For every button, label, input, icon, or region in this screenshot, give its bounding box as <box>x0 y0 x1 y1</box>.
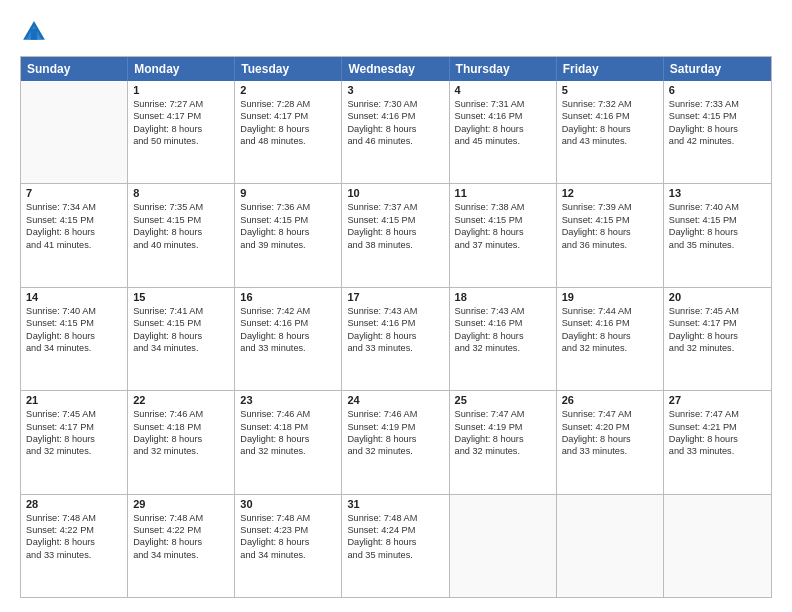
calendar-cell: 7Sunrise: 7:34 AMSunset: 4:15 PMDaylight… <box>21 184 128 286</box>
day-number: 29 <box>133 498 229 510</box>
calendar-cell: 18Sunrise: 7:43 AMSunset: 4:16 PMDayligh… <box>450 288 557 390</box>
day-number: 9 <box>240 187 336 199</box>
sunrise-text: Sunrise: 7:48 AM <box>133 512 229 524</box>
daylight-text: Daylight: 8 hours <box>240 226 336 238</box>
sunset-text: Sunset: 4:16 PM <box>562 317 658 329</box>
daylight-text: Daylight: 8 hours <box>455 330 551 342</box>
calendar-cell <box>450 495 557 597</box>
calendar-cell: 8Sunrise: 7:35 AMSunset: 4:15 PMDaylight… <box>128 184 235 286</box>
calendar-cell: 14Sunrise: 7:40 AMSunset: 4:15 PMDayligh… <box>21 288 128 390</box>
sunrise-text: Sunrise: 7:48 AM <box>240 512 336 524</box>
calendar-body: 1Sunrise: 7:27 AMSunset: 4:17 PMDaylight… <box>21 81 771 597</box>
sunset-text: Sunset: 4:19 PM <box>347 421 443 433</box>
daylight-text2: and 50 minutes. <box>133 135 229 147</box>
calendar-cell: 3Sunrise: 7:30 AMSunset: 4:16 PMDaylight… <box>342 81 449 183</box>
calendar-cell <box>21 81 128 183</box>
sunrise-text: Sunrise: 7:37 AM <box>347 201 443 213</box>
daylight-text: Daylight: 8 hours <box>347 226 443 238</box>
sunset-text: Sunset: 4:16 PM <box>347 110 443 122</box>
daylight-text: Daylight: 8 hours <box>347 433 443 445</box>
logo <box>20 18 52 46</box>
day-number: 1 <box>133 84 229 96</box>
daylight-text: Daylight: 8 hours <box>669 226 766 238</box>
daylight-text2: and 36 minutes. <box>562 239 658 251</box>
daylight-text: Daylight: 8 hours <box>26 433 122 445</box>
sunset-text: Sunset: 4:19 PM <box>455 421 551 433</box>
sunrise-text: Sunrise: 7:41 AM <box>133 305 229 317</box>
sunrise-text: Sunrise: 7:34 AM <box>26 201 122 213</box>
sunrise-text: Sunrise: 7:40 AM <box>26 305 122 317</box>
sunrise-text: Sunrise: 7:45 AM <box>26 408 122 420</box>
daylight-text: Daylight: 8 hours <box>240 433 336 445</box>
daylight-text2: and 45 minutes. <box>455 135 551 147</box>
sunset-text: Sunset: 4:15 PM <box>26 214 122 226</box>
day-number: 31 <box>347 498 443 510</box>
daylight-text2: and 32 minutes. <box>669 342 766 354</box>
daylight-text: Daylight: 8 hours <box>26 226 122 238</box>
daylight-text: Daylight: 8 hours <box>240 536 336 548</box>
day-number: 25 <box>455 394 551 406</box>
sunrise-text: Sunrise: 7:48 AM <box>26 512 122 524</box>
calendar-cell: 24Sunrise: 7:46 AMSunset: 4:19 PMDayligh… <box>342 391 449 493</box>
sunset-text: Sunset: 4:15 PM <box>669 110 766 122</box>
day-number: 15 <box>133 291 229 303</box>
calendar-cell: 12Sunrise: 7:39 AMSunset: 4:15 PMDayligh… <box>557 184 664 286</box>
sunrise-text: Sunrise: 7:43 AM <box>347 305 443 317</box>
sunset-text: Sunset: 4:23 PM <box>240 524 336 536</box>
sunset-text: Sunset: 4:17 PM <box>133 110 229 122</box>
calendar-cell: 4Sunrise: 7:31 AMSunset: 4:16 PMDaylight… <box>450 81 557 183</box>
day-number: 16 <box>240 291 336 303</box>
calendar-row: 14Sunrise: 7:40 AMSunset: 4:15 PMDayligh… <box>21 287 771 390</box>
daylight-text2: and 33 minutes. <box>562 445 658 457</box>
day-number: 26 <box>562 394 658 406</box>
daylight-text: Daylight: 8 hours <box>26 330 122 342</box>
logo-icon <box>20 18 48 46</box>
daylight-text: Daylight: 8 hours <box>133 433 229 445</box>
sunrise-text: Sunrise: 7:46 AM <box>240 408 336 420</box>
sunset-text: Sunset: 4:20 PM <box>562 421 658 433</box>
day-number: 12 <box>562 187 658 199</box>
daylight-text: Daylight: 8 hours <box>455 123 551 135</box>
sunset-text: Sunset: 4:17 PM <box>669 317 766 329</box>
day-number: 18 <box>455 291 551 303</box>
day-number: 21 <box>26 394 122 406</box>
daylight-text2: and 33 minutes. <box>669 445 766 457</box>
sunrise-text: Sunrise: 7:32 AM <box>562 98 658 110</box>
daylight-text2: and 46 minutes. <box>347 135 443 147</box>
daylight-text: Daylight: 8 hours <box>562 226 658 238</box>
weekday-header: Monday <box>128 57 235 81</box>
day-number: 7 <box>26 187 122 199</box>
calendar-cell: 1Sunrise: 7:27 AMSunset: 4:17 PMDaylight… <box>128 81 235 183</box>
weekday-header: Friday <box>557 57 664 81</box>
weekday-header: Tuesday <box>235 57 342 81</box>
sunrise-text: Sunrise: 7:47 AM <box>455 408 551 420</box>
calendar-cell: 16Sunrise: 7:42 AMSunset: 4:16 PMDayligh… <box>235 288 342 390</box>
daylight-text: Daylight: 8 hours <box>133 226 229 238</box>
sunset-text: Sunset: 4:17 PM <box>26 421 122 433</box>
daylight-text2: and 35 minutes. <box>669 239 766 251</box>
sunrise-text: Sunrise: 7:40 AM <box>669 201 766 213</box>
day-number: 5 <box>562 84 658 96</box>
sunset-text: Sunset: 4:18 PM <box>133 421 229 433</box>
svg-rect-2 <box>31 29 37 40</box>
calendar-cell <box>664 495 771 597</box>
daylight-text: Daylight: 8 hours <box>347 330 443 342</box>
sunrise-text: Sunrise: 7:42 AM <box>240 305 336 317</box>
sunrise-text: Sunrise: 7:39 AM <box>562 201 658 213</box>
sunrise-text: Sunrise: 7:46 AM <box>347 408 443 420</box>
sunset-text: Sunset: 4:24 PM <box>347 524 443 536</box>
sunset-text: Sunset: 4:15 PM <box>347 214 443 226</box>
daylight-text2: and 32 minutes. <box>562 342 658 354</box>
sunset-text: Sunset: 4:17 PM <box>240 110 336 122</box>
sunrise-text: Sunrise: 7:27 AM <box>133 98 229 110</box>
daylight-text2: and 32 minutes. <box>26 445 122 457</box>
daylight-text: Daylight: 8 hours <box>562 123 658 135</box>
daylight-text: Daylight: 8 hours <box>133 123 229 135</box>
daylight-text: Daylight: 8 hours <box>669 330 766 342</box>
sunset-text: Sunset: 4:16 PM <box>347 317 443 329</box>
daylight-text2: and 33 minutes. <box>240 342 336 354</box>
sunrise-text: Sunrise: 7:47 AM <box>562 408 658 420</box>
sunrise-text: Sunrise: 7:31 AM <box>455 98 551 110</box>
calendar-cell: 5Sunrise: 7:32 AMSunset: 4:16 PMDaylight… <box>557 81 664 183</box>
calendar-cell: 11Sunrise: 7:38 AMSunset: 4:15 PMDayligh… <box>450 184 557 286</box>
